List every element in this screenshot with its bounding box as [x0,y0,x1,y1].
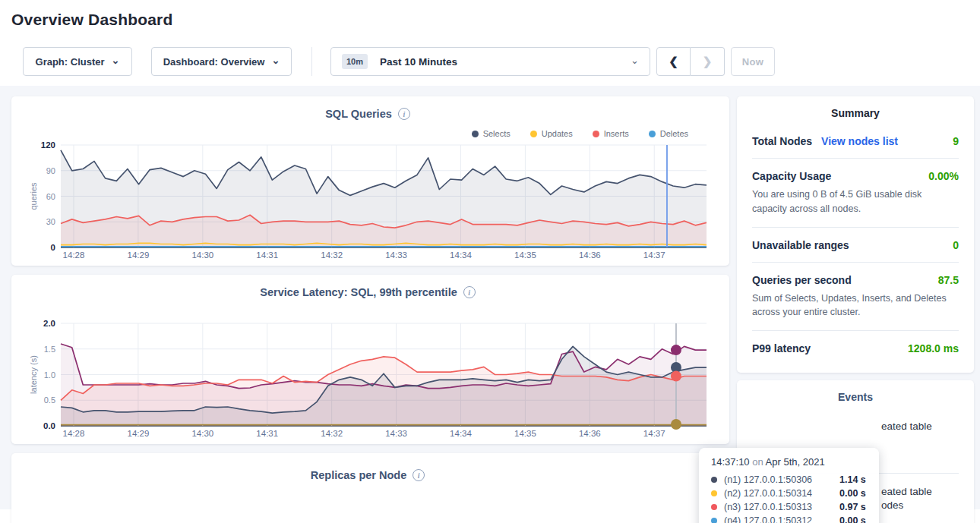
svg-text:14:28: 14:28 [63,250,85,260]
summary-label: P99 latency [752,342,811,354]
sql-queries-card: SQL Queries i SelectsUpdatesInsertsDelet… [11,96,729,266]
svg-text:14:29: 14:29 [128,429,150,438]
summary-subtext: You are using 0 B of 4.5 GiB usable disk… [752,187,959,216]
node-address: (n1) 127.0.0.1:50306 [724,474,835,485]
time-range-dropdown[interactable]: 10m Past 10 Minutes ⌄ [330,47,650,76]
svg-text:0.0: 0.0 [43,421,55,430]
node-address: (n2) 127.0.0.1:50314 [724,488,835,499]
svg-text:14:30: 14:30 [191,429,213,438]
tooltip-rows: (n1) 127.0.0.1:503061.14 s(n2) 127.0.0.1… [711,473,868,523]
svg-text:30: 30 [46,217,55,226]
time-range-label: Past 10 Minutes [380,56,457,68]
summary-subtext: Sum of Selects, Updates, Inserts, and De… [752,291,959,320]
legend-item-updates[interactable]: Updates [530,129,573,138]
time-step-buttons: ❮ ❯ [656,47,725,76]
info-icon[interactable]: i [398,108,410,120]
node-address: (n3) 127.0.0.1:50313 [724,502,835,512]
sql-queries-chart-title: SQL Queries [325,108,392,120]
node-color-dot [711,490,717,496]
sql-legend: SelectsUpdatesInsertsDeletes [29,127,707,140]
info-icon[interactable]: i [463,286,476,298]
svg-text:14:37: 14:37 [643,429,665,438]
legend-item-selects[interactable]: Selects [472,129,511,138]
svg-text:14:30: 14:30 [191,250,213,260]
event-row: eated table [881,420,963,433]
latency-card: Service Latency: SQL, 99th percentile i … [11,275,729,444]
svg-text:60: 60 [46,192,55,201]
summary-row-unavailable-ranges: Unavailable ranges0 [752,228,959,263]
svg-text:14:31: 14:31 [256,429,278,438]
svg-text:14:28: 14:28 [63,429,85,438]
prev-interval-button[interactable]: ❮ [656,47,691,76]
event-text-fragment: odes [881,499,963,512]
summary-label: Unavailable ranges [752,239,849,251]
svg-text:14:35: 14:35 [514,250,536,260]
next-interval-button[interactable]: ❯ [691,47,725,76]
svg-text:14:34: 14:34 [450,429,472,438]
chevron-right-icon: ❯ [703,55,713,68]
summary-row-queries-per-second: Queries per second87.5Sum of Selects, Up… [752,263,959,332]
legend-label: Updates [542,129,573,138]
summary-row-capacity-usage: Capacity Usage0.00%You are using 0 B of … [752,159,959,228]
svg-text:14:31: 14:31 [256,250,278,260]
summary-row-p99-latency: P99 latency1208.0 ms [752,331,959,365]
sql-queries-chart[interactable]: 030609012014:2814:2914:3014:3114:3214:33… [29,142,707,261]
event-text-fragment: eated table [881,485,963,499]
tooltip-row: (n1) 127.0.0.1:503061.14 s [711,473,868,487]
legend-dot [649,131,656,137]
node-latency-value: 0.97 s [839,502,866,512]
svg-text:14:36: 14:36 [579,250,601,260]
svg-text:14:32: 14:32 [321,429,343,438]
latency-chart-title: Service Latency: SQL, 99th percentile [260,286,457,298]
replicas-chart-title: Replicas per Node [311,469,407,481]
replicas-card: Replicas per Node i [11,453,729,523]
legend-item-deletes[interactable]: Deletes [649,129,688,138]
legend-label: Inserts [604,129,629,138]
svg-text:14:33: 14:33 [385,250,407,260]
svg-text:14:36: 14:36 [579,429,601,438]
summary-card: Summary Total NodesView nodes list9Capac… [737,96,974,373]
dashboard-select-label: Dashboard: Overview [163,56,265,68]
summary-value: 1208.0 ms [908,342,959,354]
node-color-dot [711,477,717,483]
events-title: Events [752,391,959,403]
legend-dot [530,131,537,137]
tooltip-row: (n3) 127.0.0.1:503130.97 s [711,500,868,514]
summary-row-total-nodes: Total NodesView nodes list9 [752,124,959,159]
event-row: eated table odes [881,485,963,512]
svg-text:2.0: 2.0 [43,320,55,328]
info-icon[interactable]: i [413,469,425,481]
summary-label: Total Nodes [752,135,812,147]
legend-item-inserts[interactable]: Inserts [593,129,629,138]
latency-chart[interactable]: 0.00.51.01.52.014:2814:2914:3014:3114:32… [29,320,707,440]
event-text-fragment: eated table [881,421,932,432]
summary-label: Queries per second [752,274,852,286]
legend-label: Selects [483,129,511,138]
dashboard-select-dropdown[interactable]: Dashboard: Overview ⌄ [151,47,292,76]
time-range-badge: 10m [342,54,368,69]
tooltip-row: (n2) 127.0.0.1:503140.00 s [711,487,868,500]
dashboard-controls: Graph: Cluster ⌄ Dashboard: Overview ⌄ 1… [11,47,969,76]
now-button[interactable]: Now [731,47,775,76]
page-header: Overview Dashboard Graph: Cluster ⌄ Dash… [0,0,980,76]
summary-title: Summary [752,107,959,119]
chevron-left-icon: ❮ [669,55,678,68]
graph-scope-dropdown[interactable]: Graph: Cluster ⌄ [23,47,132,76]
node-latency-value: 0.00 s [839,515,866,523]
svg-text:14:29: 14:29 [128,250,150,260]
svg-text:0.5: 0.5 [44,395,55,405]
legend-label: Deletes [660,129,688,138]
svg-text:1.0: 1.0 [44,370,55,380]
tooltip-row: (n4) 127.0.0.1:503120.00 s [711,514,868,523]
svg-text:90: 90 [46,166,55,175]
node-color-dot [711,518,717,523]
svg-text:120: 120 [41,142,55,150]
dashboard-body: SQL Queries i SelectsUpdatesInsertsDelet… [0,86,980,509]
page-title: Overview Dashboard [11,11,969,29]
chevron-down-icon: ⌄ [112,55,120,65]
svg-text:14:37: 14:37 [643,250,665,260]
chevron-down-icon: ⌄ [631,55,639,65]
view-nodes-list-link[interactable]: View nodes list [821,135,898,147]
svg-text:queries: queries [29,182,38,210]
svg-text:1.5: 1.5 [44,345,55,354]
